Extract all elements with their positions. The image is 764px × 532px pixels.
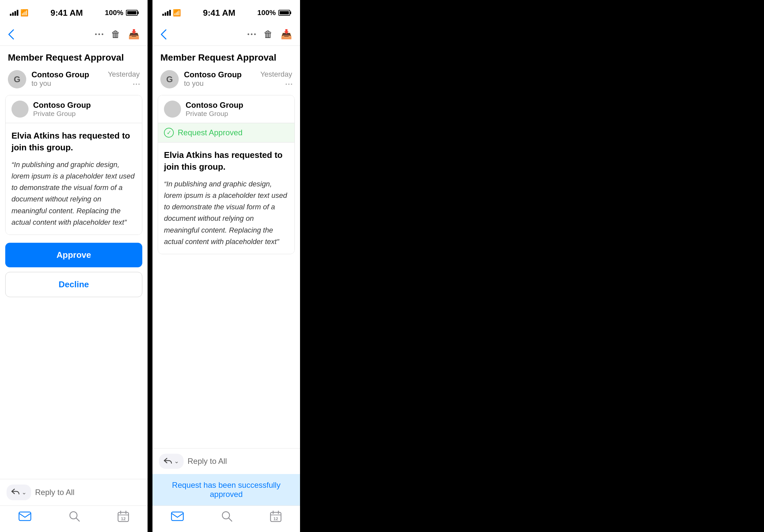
tab-bar-left: 12 — [0, 505, 147, 532]
battery-pct-left: 100% — [105, 9, 123, 17]
email-title-right: Member Request Approval — [152, 46, 300, 66]
group-info-right: Contoso Group Private Group — [158, 95, 294, 123]
status-bar-left: 📶 9:41 AM 100% — [0, 0, 147, 23]
email-body-right: Elvia Atkins has requested to join this … — [158, 143, 294, 254]
sender-date-right: Yesterday — [260, 70, 292, 78]
tab-bar-right: 12 — [152, 505, 300, 532]
success-toast: Request has been successfully approved — [152, 474, 300, 505]
email-card-left: Contoso Group Private Group Elvia Atkins… — [5, 95, 142, 235]
sender-name-left: Contoso Group — [32, 70, 89, 79]
back-button-left[interactable] — [8, 29, 14, 40]
tab-calendar-left[interactable]: 12 — [117, 510, 129, 522]
nav-bar-right: 🗑 📥 — [152, 23, 300, 46]
signal-icon-left — [10, 10, 18, 16]
group-avatar-left — [11, 100, 29, 118]
battery-icon-right — [279, 10, 290, 16]
email-lorem-right: “In publishing and graphic design, lorem… — [164, 178, 288, 247]
black-area — [300, 0, 764, 532]
tab-mail-left[interactable] — [18, 511, 32, 521]
signal-icon-right — [162, 10, 171, 16]
trash-button-right[interactable]: 🗑 — [264, 29, 273, 40]
back-button-right[interactable] — [160, 29, 167, 40]
reply-button-right[interactable]: ⌄ — [159, 454, 184, 469]
wifi-icon-left: 📶 — [20, 9, 29, 17]
approved-text: Request Approved — [178, 128, 242, 137]
svg-point-5 — [222, 512, 230, 519]
group-type-right: Private Group — [186, 110, 243, 118]
wifi-icon-right: 📶 — [173, 9, 181, 17]
sender-to-left: to you — [32, 79, 51, 88]
button-area-left: Approve Decline — [0, 237, 147, 302]
tab-search-right[interactable] — [221, 510, 233, 522]
reply-label-left: Reply to All — [35, 488, 141, 497]
archive-button-right[interactable]: 📥 — [281, 29, 292, 40]
email-body-left: Elvia Atkins has requested to join this … — [6, 123, 142, 234]
group-type-left: Private Group — [33, 110, 91, 118]
archive-button-left[interactable]: 📥 — [128, 29, 140, 40]
battery-pct-right: 100% — [258, 9, 276, 17]
svg-rect-0 — [19, 512, 31, 521]
email-lorem-left: “In publishing and graphic design, lorem… — [11, 159, 136, 228]
sender-more-right[interactable] — [286, 83, 292, 85]
tab-mail-right[interactable] — [171, 511, 184, 521]
sender-avatar-left: G — [8, 70, 26, 88]
approved-banner: ✓ Request Approved — [158, 123, 294, 143]
left-phone: 📶 9:41 AM 100% 🗑 📥 Member Request — [0, 0, 147, 532]
approved-check-icon: ✓ — [164, 128, 174, 138]
more-button-right[interactable] — [248, 33, 256, 35]
tab-calendar-right[interactable]: 12 — [270, 510, 282, 522]
group-name-right: Contoso Group — [186, 100, 243, 110]
battery-icon-left — [126, 10, 138, 16]
reply-label-right: Reply to All — [188, 457, 293, 466]
right-phone: 📶 9:41 AM 100% 🗑 📥 Member Request — [152, 0, 300, 532]
email-title-left: Member Request Approval — [0, 46, 147, 66]
reply-chevron-icon-left: ⌄ — [22, 489, 27, 496]
nav-actions-left: 🗑 📥 — [95, 29, 140, 40]
group-avatar-right — [164, 100, 181, 118]
sender-more-left[interactable] — [133, 83, 140, 85]
reply-bar-left: ⌄ Reply to All — [0, 479, 147, 505]
sender-info-left: Contoso Group Yesterday to you — [32, 70, 140, 88]
svg-point-1 — [70, 512, 77, 519]
email-card-right: Contoso Group Private Group ✓ Request Ap… — [158, 95, 295, 254]
more-button-left[interactable] — [95, 33, 103, 35]
decline-button[interactable]: Decline — [5, 272, 142, 297]
approve-button[interactable]: Approve — [5, 243, 142, 267]
nav-bar-left: 🗑 📥 — [0, 23, 147, 46]
reply-chevron-icon-right: ⌄ — [174, 458, 179, 465]
reply-arrow-icon-right — [164, 457, 172, 466]
status-time-left: 9:41 AM — [51, 8, 83, 18]
nav-actions-right: 🗑 📥 — [248, 29, 292, 40]
sender-avatar-right: G — [160, 70, 179, 88]
sender-info-right: Contoso Group Yesterday to you — [184, 70, 292, 88]
svg-text:12: 12 — [121, 516, 125, 521]
sender-to-right: to you — [184, 79, 204, 88]
email-headline-right: Elvia Atkins has requested to join this … — [164, 149, 288, 173]
tab-search-left[interactable] — [69, 510, 80, 522]
sender-name-right: Contoso Group — [184, 70, 242, 79]
sender-date-left: Yesterday — [108, 70, 140, 78]
sender-row-left: G Contoso Group Yesterday to you — [0, 66, 147, 92]
email-headline-left: Elvia Atkins has requested to join this … — [11, 130, 136, 154]
svg-text:12: 12 — [273, 516, 278, 521]
sender-row-right: G Contoso Group Yesterday to you — [152, 66, 300, 92]
reply-arrow-icon-left — [11, 488, 20, 497]
reply-button-left[interactable]: ⌄ — [7, 484, 31, 500]
trash-button-left[interactable]: 🗑 — [111, 29, 120, 40]
reply-bar-right: ⌄ Reply to All — [152, 448, 300, 474]
status-bar-right: 📶 9:41 AM 100% — [152, 0, 300, 23]
group-info-left: Contoso Group Private Group — [6, 95, 142, 123]
svg-rect-4 — [171, 512, 183, 521]
status-time-right: 9:41 AM — [203, 8, 236, 18]
group-name-left: Contoso Group — [33, 100, 91, 110]
